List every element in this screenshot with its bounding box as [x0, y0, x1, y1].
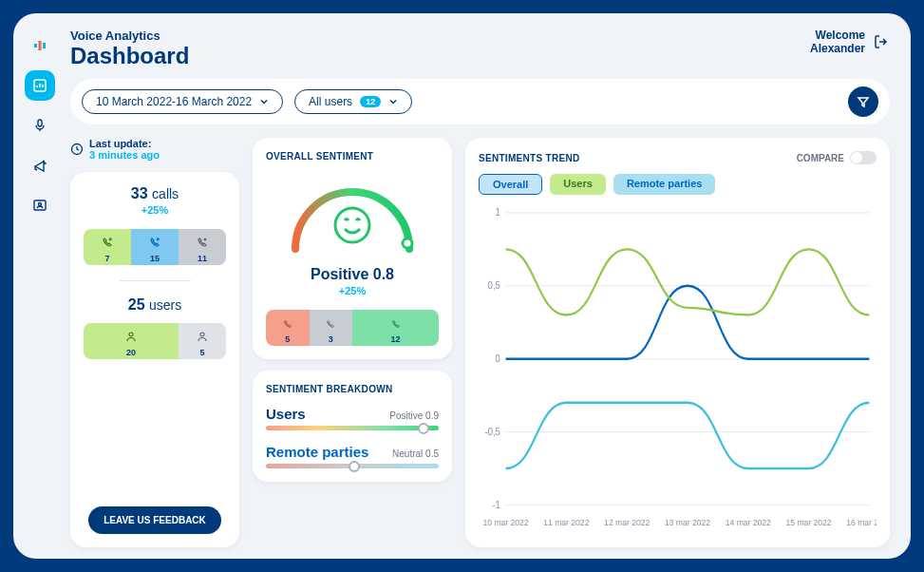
last-update-label: Last update:	[89, 138, 160, 149]
svg-text:0: 0	[496, 353, 501, 364]
legend-remote[interactable]: Remote parties	[613, 174, 715, 195]
svg-rect-1	[39, 41, 42, 50]
user-filter-count: 12	[360, 96, 381, 107]
phone-icon	[283, 319, 292, 329]
users-label: users	[149, 297, 181, 313]
svg-text:12 mar 2022: 12 mar 2022	[604, 518, 650, 528]
nav-mic[interactable]	[25, 110, 55, 141]
svg-text:13 mar 2022: 13 mar 2022	[665, 518, 710, 528]
chevron-down-icon	[388, 97, 398, 106]
svg-rect-0	[34, 44, 37, 48]
breakdown-slider-users	[266, 426, 439, 430]
logo-icon	[25, 30, 55, 61]
trend-legend: Overall Users Remote parties	[479, 174, 877, 195]
svg-point-12	[403, 238, 412, 248]
filter-bar: 10 March 2022-16 March 2022 All users 12	[70, 79, 890, 124]
user-icon	[197, 331, 208, 342]
last-update-time: 3 minutes ago	[89, 149, 160, 161]
compare-label: COMPARE	[797, 153, 844, 163]
user-name: Alexander	[810, 42, 865, 55]
svg-point-10	[129, 333, 133, 336]
compare-toggle[interactable]	[850, 151, 877, 164]
date-range-value: 10 March 2022-16 March 2022	[96, 95, 252, 108]
svg-text:-1: -1	[492, 499, 500, 510]
breakdown-card: SENTIMENT BREAKDOWN Users Positive 0.9 R…	[253, 371, 452, 482]
nav-users[interactable]	[25, 190, 55, 220]
app-title: Voice Analytics	[70, 29, 189, 43]
trend-title: SENTIMENTS TREND	[479, 153, 579, 163]
users-count: 25	[128, 296, 145, 313]
calls-segments: 7 15 11	[84, 229, 226, 265]
phone-missed-icon	[197, 237, 208, 248]
calls-count: 33	[131, 185, 148, 201]
svg-text:10 mar 2022: 10 mar 2022	[483, 518, 529, 528]
filter-button[interactable]	[848, 86, 878, 117]
phone-out-icon	[102, 237, 113, 248]
sidenav	[13, 13, 66, 559]
stats-card: 33 calls +25% 7 15 11 25 users	[70, 172, 239, 547]
nav-campaigns[interactable]	[25, 150, 55, 181]
calls-delta: +25%	[141, 204, 168, 216]
welcome-label: Welcome	[810, 29, 865, 42]
svg-point-6	[45, 163, 46, 164]
users-segments: 20 5	[84, 323, 226, 359]
legend-users[interactable]: Users	[550, 174, 606, 195]
sentiment-gauge	[276, 173, 428, 258]
clock-icon	[70, 143, 84, 156]
sentiment-segments: 5 3 12	[266, 310, 439, 346]
svg-rect-2	[43, 43, 46, 48]
svg-text:0,5: 0,5	[488, 279, 501, 291]
sentiment-value: Positive 0.8	[266, 266, 439, 283]
breakdown-slider-remote	[266, 464, 439, 468]
breakdown-name-users: Users	[266, 406, 306, 422]
svg-text:14 mar 2022: 14 mar 2022	[726, 518, 771, 528]
breakdown-score-remote: Neutral 0.5	[392, 448, 439, 459]
sentiment-delta: +25%	[266, 285, 439, 296]
overall-sentiment-card: OVERALL SENTIMENT Positive 0.8 +25%	[253, 138, 452, 359]
svg-text:-0,5: -0,5	[484, 426, 500, 437]
svg-text:15 mar 2022: 15 mar 2022	[786, 518, 832, 528]
breakdown-title: SENTIMENT BREAKDOWN	[266, 384, 439, 394]
svg-text:11 mar 2022: 11 mar 2022	[543, 518, 589, 528]
nav-dashboard[interactable]	[25, 70, 55, 101]
page-title: Dashboard	[70, 43, 189, 69]
svg-text:16 mar 2022: 16 mar 2022	[846, 518, 877, 528]
overall-sentiment-title: OVERALL SENTIMENT	[266, 151, 439, 162]
svg-point-5	[44, 162, 45, 162]
svg-text:1: 1	[496, 207, 501, 219]
breakdown-score-users: Positive 0.9	[389, 410, 439, 421]
last-update: Last update: 3 minutes ago	[70, 138, 239, 161]
filter-icon	[857, 95, 870, 108]
trend-chart: -1-0,500,5110 mar 202211 mar 202212 mar …	[479, 202, 877, 534]
svg-point-13	[335, 208, 369, 242]
phone-icon	[326, 319, 335, 329]
user-filter[interactable]: All users 12	[294, 89, 412, 114]
phone-in-icon	[149, 237, 160, 248]
svg-rect-4	[38, 120, 42, 126]
user-icon	[125, 331, 137, 342]
breakdown-name-remote: Remote parties	[266, 444, 368, 460]
trend-card: SENTIMENTS TREND COMPARE Overall Users R…	[465, 138, 890, 547]
calls-label: calls	[152, 186, 179, 201]
chevron-down-icon	[259, 97, 269, 106]
date-range-filter[interactable]: 10 March 2022-16 March 2022	[82, 89, 283, 114]
svg-point-11	[200, 333, 204, 336]
logout-icon[interactable]	[873, 33, 890, 50]
legend-overall[interactable]: Overall	[479, 174, 542, 195]
user-filter-label: All users	[309, 95, 352, 108]
feedback-button[interactable]: LEAVE US FEEDBACK	[88, 506, 221, 534]
phone-icon	[391, 319, 401, 329]
svg-point-8	[39, 203, 42, 206]
